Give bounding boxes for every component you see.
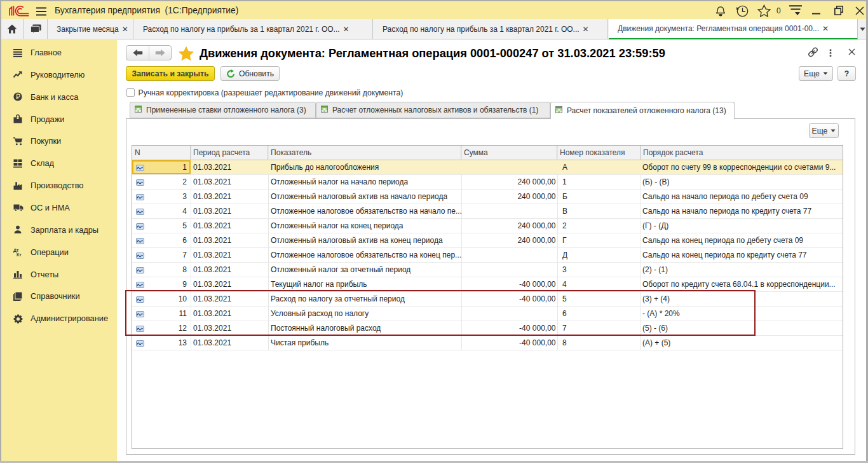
svg-text:Кт: Кт [17, 252, 22, 257]
